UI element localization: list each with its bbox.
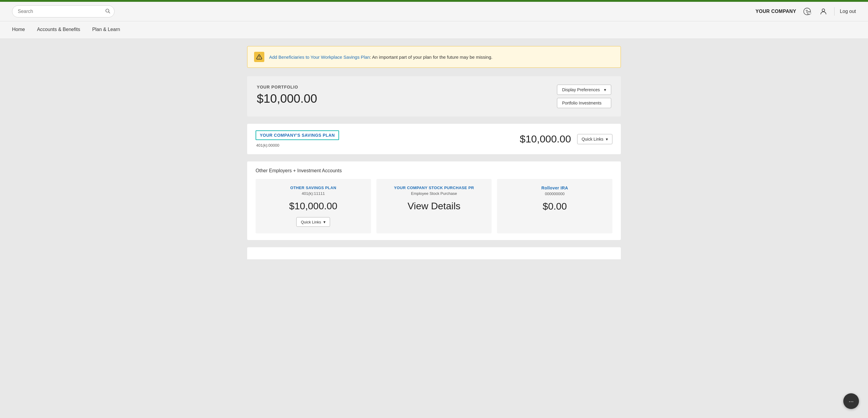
rollover-ira-card: Rollover IRA 000000000 $0.00 [497, 179, 613, 233]
profile-button[interactable] [818, 6, 829, 17]
other-cards-grid: OTHER SAVINGS PLAN 401(k):11111 $10,000.… [255, 179, 613, 233]
stock-purchase-card: YOUR COMPANY STOCK PURCHASE PR Employee … [376, 179, 492, 233]
page-header: YOUR COMPANY ? 💬 Log out [0, 2, 868, 21]
header-left [12, 5, 115, 18]
company-name: YOUR COMPANY [755, 9, 796, 14]
nav-item-plan-learn[interactable]: Plan & Learn [92, 21, 120, 38]
plan-card-right: $10,000.00 Quick Links [520, 133, 613, 145]
savings-plan-quick-links-button[interactable]: Quick Links [577, 134, 613, 144]
other-card-value-2: $0.00 [543, 201, 567, 212]
svg-text:💬: 💬 [808, 12, 811, 15]
other-savings-card: OTHER SAVINGS PLAN 401(k):11111 $10,000.… [255, 179, 371, 233]
chat-support-button[interactable]: ? 💬 [802, 6, 812, 17]
other-card-name-0: OTHER SAVINGS PLAN [290, 186, 336, 190]
main-nav: Home Accounts & Benefits Plan & Learn [0, 21, 868, 39]
search-icon [105, 8, 110, 15]
savings-plan-card: YOUR COMPANY'S SAVINGS PLAN 401(k):00000… [247, 124, 621, 154]
chevron-down-icon [604, 87, 606, 92]
search-container [12, 5, 115, 18]
other-section: Other Employers + Investment Accounts OT… [247, 161, 621, 240]
svg-point-6 [822, 9, 825, 11]
nav-item-home[interactable]: Home [12, 21, 25, 38]
alert-icon [254, 52, 264, 62]
other-savings-quick-links-button[interactable]: Quick Links [296, 217, 330, 227]
other-card-id-0: 401(k):11111 [302, 191, 325, 196]
search-input[interactable] [12, 5, 115, 18]
alert-body: : An important part of your plan for the… [370, 55, 493, 60]
savings-plan-link[interactable]: YOUR COMPANY'S SAVINGS PLAN [255, 130, 339, 140]
portfolio-label: YOUR PORTFOLIO [257, 85, 317, 90]
other-card-name-1: YOUR COMPANY STOCK PURCHASE PR [394, 186, 474, 190]
alert-link[interactable]: Add Beneficiaries to Your Workplace Savi… [269, 55, 370, 60]
chevron-down-icon [323, 220, 326, 224]
other-card-id-2: 000000000 [545, 192, 564, 196]
header-right: YOUR COMPANY ? 💬 Log out [755, 6, 856, 17]
display-preferences-button[interactable]: Display Preferences [557, 85, 611, 95]
plan-card-left: YOUR COMPANY'S SAVINGS PLAN 401(k):00000 [255, 130, 339, 148]
other-card-id-1: Employee Stock Purchase [411, 191, 457, 196]
other-card-name-2: Rollover IRA [541, 186, 568, 190]
alert-text: Add Beneficiaries to Your Workplace Savi… [269, 55, 493, 60]
logout-button[interactable]: Log out [840, 9, 856, 14]
main-content: Add Beneficiaries to Your Workplace Savi… [235, 46, 633, 271]
other-card-value-0: $10,000.00 [289, 200, 337, 212]
plan-value: $10,000.00 [520, 133, 571, 145]
bottom-hint-card [247, 247, 621, 259]
portfolio-actions: Display Preferences Portfolio Investment… [557, 85, 611, 108]
other-card-value-1: View Details [407, 200, 460, 212]
chevron-down-icon [606, 137, 608, 141]
portfolio-investments-button[interactable]: Portfolio Investments [557, 98, 611, 108]
chat-fab-icon: ··· [849, 398, 854, 405]
header-divider [834, 7, 835, 15]
nav-item-accounts-benefits[interactable]: Accounts & Benefits [37, 21, 80, 38]
plan-account-id: 401(k):00000 [255, 143, 339, 148]
svg-line-1 [108, 12, 110, 13]
chat-fab-button[interactable]: ··· [843, 393, 859, 409]
alert-banner: Add Beneficiaries to Your Workplace Savi… [247, 46, 621, 68]
portfolio-value: $10,000.00 [257, 92, 317, 105]
portfolio-left: YOUR PORTFOLIO $10,000.00 [257, 85, 317, 105]
portfolio-section: YOUR PORTFOLIO $10,000.00 Display Prefer… [247, 76, 621, 117]
other-section-title: Other Employers + Investment Accounts [255, 168, 613, 173]
portfolio-header: YOUR PORTFOLIO $10,000.00 Display Prefer… [257, 85, 611, 108]
